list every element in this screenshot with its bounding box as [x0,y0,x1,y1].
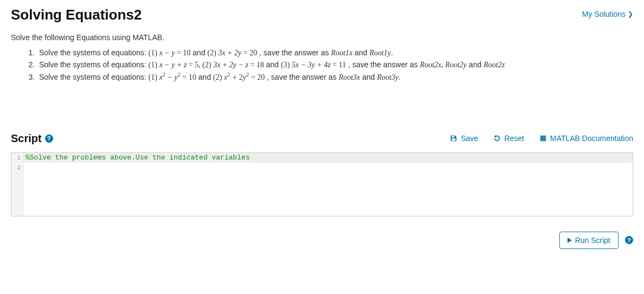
equation: x2 − y2 = 10 [159,73,196,81]
code-editor[interactable]: 1 %Solve the problems above.Use the indi… [11,152,633,216]
period: . [399,73,401,81]
code-text[interactable]: %Solve the problems above.Use the indica… [23,153,633,163]
var-name: Root3y [377,73,399,81]
var-name: Root1x [331,49,353,57]
sep: , [442,61,445,69]
save-as-text: , save the answer as [265,73,339,81]
reset-button[interactable]: Reset [493,134,524,143]
save-as-text: , save the answer as [257,48,331,57]
chevron-right-icon: ❯ [628,10,633,18]
var-name: Root2x [420,61,442,69]
var-name: Root2z [483,61,505,69]
script-heading-text: Script [11,132,42,145]
run-label: Run Script [575,236,610,245]
problem-lead: Solve the systems of equations: [39,48,149,57]
period: . [391,48,393,57]
problem-lead: Solve the systems of equations: [39,60,149,69]
var-name: Root2y [445,61,467,69]
equation: 3x + 2y [218,49,241,57]
equation-rhs: = 10 [175,49,190,57]
save-button[interactable]: Save [450,134,478,143]
equation-rhs: = 11 [330,61,346,69]
and-text: and [467,60,483,69]
eq-label: (2) [202,61,213,69]
script-toolbar: Save Reset MATLAB Documentation [450,134,633,143]
problem-item-2: Solve the systems of equations: (1) x − … [37,59,633,71]
editor-empty-area[interactable] [11,172,633,216]
equation: x − y [159,49,175,57]
var-name: Root1y [369,49,391,57]
my-solutions-label: My Solutions [582,10,626,18]
reset-icon [493,135,501,142]
gutter-rest [11,172,23,216]
problem-lead: Solve the systems of equations: [39,73,149,81]
script-heading: Script ? [11,132,53,145]
problem-item-3: Solve the systems of equations: (1) x2 −… [37,71,633,83]
line-number: 1 [11,153,23,163]
var-name: Root3x [339,73,360,81]
and-text: and [360,73,377,81]
save-icon [450,135,457,142]
problem-item-1: Solve the systems of equations: (1) x − … [37,47,633,59]
docs-label: MATLAB Documentation [550,134,633,143]
eq-label: (3) [281,61,292,69]
reset-label: Reset [504,134,524,143]
line-number: 2 [11,163,23,172]
equation: 3x + 2y − z [213,61,248,69]
save-label: Save [461,134,478,143]
and-text: and [264,60,281,69]
and-text: and [190,48,207,57]
and-text: and [196,73,213,81]
equation: x2 + 2y2 = 20 [224,73,265,81]
eq-label: (1) [149,49,160,57]
page-title: Solving Equations2 [11,7,142,23]
book-icon [539,135,547,142]
problem-list: Solve the systems of equations: (1) x − … [37,47,633,84]
run-script-button[interactable]: Run Script [559,232,619,249]
eq-label: (1) [149,61,160,69]
equation: x − y + z [159,61,187,69]
editor-line-1[interactable]: 1 %Solve the problems above.Use the indi… [11,153,633,163]
help-icon[interactable]: ? [45,135,53,143]
editor-line-2[interactable]: 2 [11,163,633,172]
equation-rhs: = 20 [241,49,257,57]
equation-rhs: = 18 [248,61,264,69]
docs-link[interactable]: MATLAB Documentation [539,134,633,143]
play-icon [568,238,572,243]
intro-text: Solve the following Equations using MATL… [11,33,633,42]
eq-label: (2) [207,49,218,57]
equation: 5x − 3y + 4z [292,61,331,69]
help-icon[interactable]: ? [625,236,633,244]
equation-rhs: = 5 [187,61,199,69]
and-text: and [353,48,369,57]
my-solutions-link[interactable]: My Solutions ❯ [582,7,633,18]
eq-label: (1) [149,73,160,81]
code-text[interactable] [23,163,633,172]
save-as-text: , save the answer as [346,60,420,69]
eq-label: (2) [213,73,224,81]
